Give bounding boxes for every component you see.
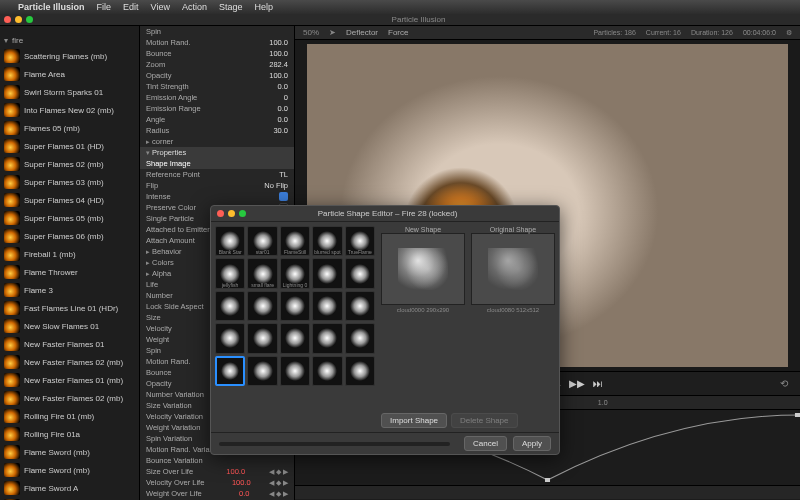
shape-cell[interactable] <box>247 356 277 386</box>
emitter-item[interactable]: Flame 3 <box>0 281 139 299</box>
emitter-item[interactable]: New Faster Flames 02 (mb) <box>0 389 139 407</box>
loop-button[interactable]: ⟲ <box>780 378 788 389</box>
shape-cell[interactable] <box>215 291 245 321</box>
last-frame-button[interactable]: ⏭ <box>593 378 603 389</box>
prop-intense[interactable]: Intense <box>140 191 294 202</box>
shape-cell[interactable] <box>215 323 245 353</box>
traffic-lights[interactable] <box>4 16 33 23</box>
menu-action[interactable]: Action <box>182 2 207 12</box>
menu-stage[interactable]: Stage <box>219 2 243 12</box>
shape-label: jellyfish <box>222 282 238 288</box>
shape-cell[interactable] <box>345 356 375 386</box>
prop-reference-point[interactable]: Reference PointTL <box>140 169 294 180</box>
prop-row[interactable]: Zoom282.4 <box>140 59 294 70</box>
shape-cell[interactable] <box>280 356 310 386</box>
prop-row[interactable]: Radius30.0 <box>140 125 294 136</box>
prop-row[interactable]: Emission Angle0 <box>140 92 294 103</box>
emitter-item[interactable]: Swirl Storm Sparks 01 <box>0 83 139 101</box>
shape-cell[interactable]: FlameStill <box>280 226 310 256</box>
prop-row[interactable]: Emission Range0.0 <box>140 103 294 114</box>
arrow-icon[interactable]: ➤ <box>329 28 336 37</box>
emitter-item[interactable]: Super Flames 03 (mb) <box>0 173 139 191</box>
emitter-item[interactable]: Flame Sword (mb) <box>0 461 139 479</box>
shape-cell[interactable]: Lightning 0 <box>280 258 310 288</box>
emitter-item[interactable]: Super Flames 06 (mb) <box>0 227 139 245</box>
shape-cell[interactable] <box>312 258 342 288</box>
shape-cell[interactable]: TrueFlame <box>345 226 375 256</box>
emitter-item[interactable]: Super Flames 05 (mb) <box>0 209 139 227</box>
menu-edit[interactable]: Edit <box>123 2 139 12</box>
zoom-value[interactable]: 50% <box>303 28 319 37</box>
prop-properties-header[interactable]: ▾Properties <box>140 147 294 158</box>
shape-cell[interactable] <box>345 258 375 288</box>
apply-button[interactable]: Apply <box>513 436 551 451</box>
menu-file[interactable]: File <box>97 2 112 12</box>
tab-force[interactable]: Force <box>388 28 408 37</box>
prop-corner[interactable]: ▸corner <box>140 136 294 147</box>
prop-row[interactable]: Velocity Over Life100.0◀ ◆ ▶ <box>140 477 294 488</box>
menu-view[interactable]: View <box>151 2 170 12</box>
prop-row[interactable]: Tint Strength0.0 <box>140 81 294 92</box>
emitter-item[interactable]: New Slow Flames 01 <box>0 317 139 335</box>
search-icon[interactable]: ⚙ <box>786 29 792 37</box>
shape-cell[interactable] <box>247 323 277 353</box>
prop-row[interactable]: Opacity100.0 <box>140 70 294 81</box>
shape-cell[interactable] <box>280 291 310 321</box>
emitter-item[interactable]: Into Flames New 02 (mb) <box>0 101 139 119</box>
shape-cell[interactable] <box>312 291 342 321</box>
emitter-item[interactable]: Fireball 1 (mb) <box>0 245 139 263</box>
emitter-item[interactable]: New Faster Flames 02 (mb) <box>0 353 139 371</box>
emitter-item[interactable]: Super Flames 01 (HD) <box>0 137 139 155</box>
shape-cell[interactable] <box>345 291 375 321</box>
emitter-item[interactable]: Super Flames 02 (mb) <box>0 155 139 173</box>
delete-shape-button[interactable]: Delete Shape <box>451 413 517 428</box>
prop-flip[interactable]: FlipNo Flip <box>140 180 294 191</box>
filter-icon[interactable]: ▾ <box>4 36 8 45</box>
shape-grid[interactable]: Blank Starstar01FlameStillblurred spotTr… <box>215 226 375 428</box>
shape-cell[interactable]: star01 <box>247 226 277 256</box>
emitter-item[interactable]: Flame Sword A <box>0 479 139 497</box>
prop-row[interactable]: Bounce Variation <box>140 455 294 466</box>
shape-cell[interactable]: Blank Star <box>215 226 245 256</box>
step-forward-button[interactable]: ▶▶ <box>569 378 585 389</box>
emitter-item[interactable]: Flames 05 (mb) <box>0 119 139 137</box>
emitter-item[interactable]: Rolling Fire 01 (mb) <box>0 407 139 425</box>
timeline-bottom-ruler[interactable] <box>295 485 800 499</box>
prop-row[interactable]: Motion Rand.100.0 <box>140 37 294 48</box>
new-shape-meta: cloud0000 290x290 <box>381 307 465 313</box>
emitter-item[interactable]: Scattering Flames (mb) <box>0 47 139 65</box>
prop-row[interactable]: Spin <box>140 26 294 37</box>
tab-deflector[interactable]: Deflector <box>346 28 378 37</box>
emitter-item[interactable]: New Faster Flames 01 (mb) <box>0 371 139 389</box>
cancel-button[interactable]: Cancel <box>464 436 507 451</box>
prop-row[interactable]: Size Over Life100.0◀ ◆ ▶ <box>140 466 294 477</box>
import-shape-button[interactable]: Import Shape <box>381 413 447 428</box>
menu-app[interactable]: Particle Illusion <box>18 2 85 12</box>
emitter-list[interactable]: Scattering Flames (mb)Flame AreaSwirl St… <box>0 47 139 500</box>
shape-cell[interactable] <box>247 291 277 321</box>
shape-cell[interactable] <box>312 356 342 386</box>
emitter-item[interactable]: New Faster Flames 01 <box>0 335 139 353</box>
shape-label: Lightning 0 <box>283 282 307 288</box>
shape-cell[interactable] <box>345 323 375 353</box>
shape-cell[interactable]: blurred spot <box>312 226 342 256</box>
prop-shape-image[interactable]: Shape Image <box>140 158 294 169</box>
prop-row[interactable]: Angle0.0 <box>140 114 294 125</box>
prop-row[interactable]: Bounce100.0 <box>140 48 294 59</box>
slider[interactable] <box>219 442 450 446</box>
shape-cell[interactable] <box>312 323 342 353</box>
shape-cell[interactable]: jellyfish <box>215 258 245 288</box>
emitter-item[interactable]: Rolling Fire 01a <box>0 425 139 443</box>
shape-cell[interactable] <box>215 356 245 386</box>
emitter-item[interactable]: Super Flames 04 (HD) <box>0 191 139 209</box>
prop-row[interactable]: Weight Over Life0.0◀ ◆ ▶ <box>140 488 294 499</box>
emitter-item[interactable]: Fast Flames Line 01 (HDr) <box>0 299 139 317</box>
shape-cell[interactable]: small flare <box>247 258 277 288</box>
menu-help[interactable]: Help <box>254 2 273 12</box>
dialog-titlebar[interactable]: Particle Shape Editor – Fire 28 (locked) <box>211 206 559 222</box>
emitter-thumb <box>4 157 20 171</box>
emitter-item[interactable]: Flame Thrower <box>0 263 139 281</box>
emitter-item[interactable]: Flame Sword (mb) <box>0 443 139 461</box>
emitter-item[interactable]: Flame Area <box>0 65 139 83</box>
shape-cell[interactable] <box>280 323 310 353</box>
